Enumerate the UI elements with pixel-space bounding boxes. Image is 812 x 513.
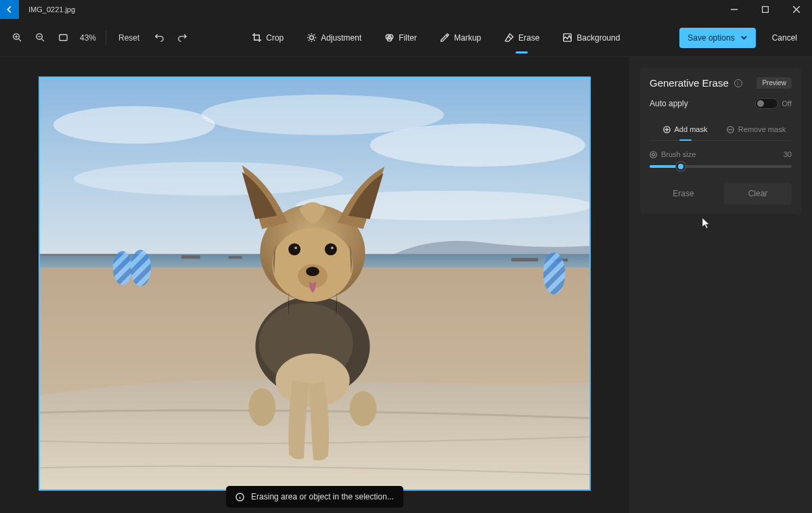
zoom-percent: 43%	[76, 33, 100, 43]
tab-label: Filter	[399, 33, 417, 43]
svg-point-34	[306, 267, 319, 276]
canvas-area[interactable]: Erasing area or object in the selection.…	[0, 57, 629, 513]
toast-text: Erasing area or object in the selection.…	[251, 492, 394, 501]
mask-region[interactable]	[113, 251, 132, 285]
svg-rect-0	[763, 7, 769, 13]
auto-apply-toggle[interactable]	[755, 98, 778, 109]
mask-region[interactable]	[543, 252, 565, 294]
separator	[106, 30, 106, 45]
tab-crop[interactable]: Crop	[246, 30, 289, 45]
redo-button[interactable]	[172, 28, 192, 48]
tab-adjustment[interactable]: Adjustment	[301, 30, 367, 45]
cancel-button[interactable]: Cancel	[764, 28, 805, 48]
close-button[interactable]	[781, 0, 812, 19]
svg-point-12	[370, 124, 585, 167]
tab-label: Remove mask	[738, 125, 786, 133]
back-button[interactable]	[0, 0, 19, 19]
image-canvas[interactable]	[39, 76, 591, 491]
svg-rect-16	[40, 254, 127, 256]
titlebar: IMG_0221.jpg	[0, 0, 812, 19]
tab-label: Erase	[518, 33, 539, 43]
svg-rect-18	[229, 256, 242, 259]
status-toast: Erasing area or object in the selection.…	[226, 486, 403, 508]
tab-label: Markup	[454, 33, 481, 43]
tab-label: Crop	[266, 33, 284, 43]
svg-point-38	[650, 151, 656, 157]
svg-point-31	[294, 246, 297, 249]
maximize-button[interactable]	[750, 0, 781, 19]
remove-mask-tab[interactable]: Remove mask	[721, 118, 792, 140]
tab-background[interactable]: Background	[557, 30, 625, 45]
svg-rect-17	[181, 255, 200, 259]
tab-markup[interactable]: Markup	[434, 30, 487, 45]
svg-point-29	[288, 243, 300, 255]
svg-point-4	[310, 36, 314, 40]
svg-point-30	[325, 243, 337, 255]
svg-rect-19	[512, 258, 539, 261]
side-panel: Generative Erase i Preview Auto apply Of…	[629, 57, 812, 513]
slider-thumb[interactable]	[676, 162, 685, 171]
brush-size-label: Brush size	[661, 150, 696, 158]
panel-title: Generative Erase	[650, 77, 729, 89]
brush-size-value: 30	[784, 150, 792, 158]
undo-button[interactable]	[149, 28, 169, 48]
tab-label: Adjustment	[321, 33, 361, 43]
tab-erase[interactable]: Erase	[499, 30, 545, 45]
zoom-in-button[interactable]	[7, 28, 27, 48]
brush-icon	[650, 151, 657, 158]
fit-button[interactable]	[53, 28, 73, 48]
tab-label: Add mask	[675, 125, 708, 133]
tab-filter[interactable]: Filter	[379, 30, 422, 45]
svg-point-39	[652, 153, 655, 156]
svg-point-10	[53, 106, 215, 144]
chevron-down-icon	[740, 34, 748, 41]
file-name: IMG_0221.jpg	[19, 0, 85, 19]
tab-label: Background	[577, 33, 620, 43]
brush-size-slider[interactable]	[650, 165, 792, 168]
info-icon[interactable]: i	[734, 79, 742, 87]
svg-rect-3	[59, 35, 66, 40]
mask-region[interactable]	[131, 250, 151, 286]
reset-button[interactable]: Reset	[112, 28, 146, 48]
toolbar: 43% Reset Crop Adjustment Filter Markup …	[0, 19, 812, 57]
svg-point-26	[350, 391, 377, 426]
svg-point-25	[248, 388, 275, 426]
info-icon	[235, 493, 244, 501]
clear-button[interactable]: Clear	[724, 183, 792, 204]
svg-point-13	[74, 162, 343, 196]
auto-apply-state: Off	[782, 99, 792, 108]
erase-button[interactable]: Erase	[650, 183, 717, 204]
add-mask-tab[interactable]: Add mask	[650, 118, 721, 140]
svg-point-32	[331, 246, 334, 249]
auto-apply-label: Auto apply	[650, 99, 688, 108]
save-label: Save options	[687, 33, 734, 43]
minimize-button[interactable]	[719, 0, 750, 19]
zoom-out-button[interactable]	[30, 28, 50, 48]
preview-badge: Preview	[757, 77, 792, 89]
save-options-button[interactable]: Save options	[679, 28, 755, 48]
